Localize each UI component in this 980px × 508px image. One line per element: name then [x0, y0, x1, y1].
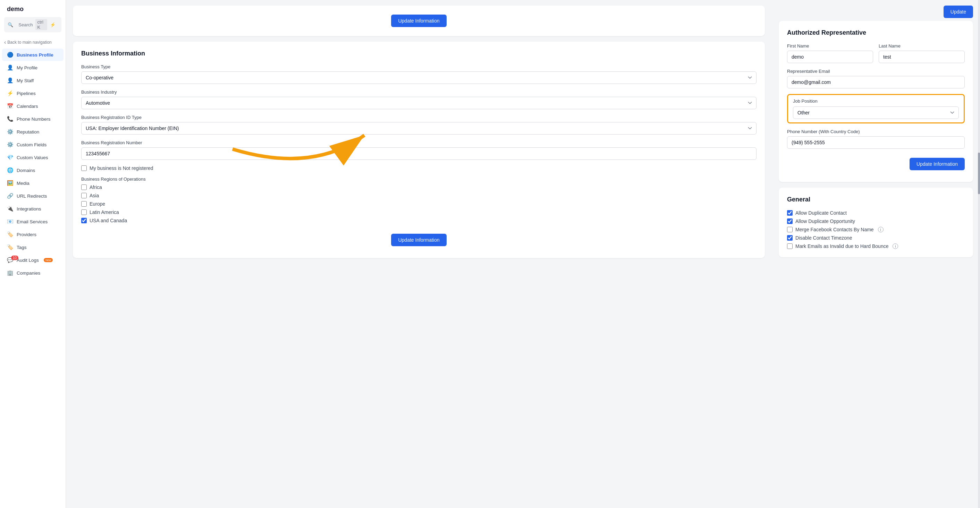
- not-registered-checkbox-item[interactable]: My business is Not registered: [81, 165, 757, 171]
- sidebar-item-custom-fields[interactable]: ⚙️Custom Fields: [2, 138, 64, 151]
- sidebar-label-my-profile: My Profile: [17, 65, 38, 70]
- sidebar-item-media[interactable]: 🖼️Media: [2, 177, 64, 189]
- lightning-icon: ⚡: [50, 22, 58, 27]
- badge-audit-logs: 10: [11, 256, 18, 260]
- sidebar-icon-media: 🖼️: [7, 180, 13, 186]
- general-checkbox-1[interactable]: [787, 219, 792, 224]
- general-option-3[interactable]: Disable Contact Timezone: [787, 235, 965, 241]
- top-update-information-button[interactable]: Update Information: [391, 14, 446, 27]
- region-label-4: USA and Canada: [89, 218, 127, 223]
- region-checkbox-2[interactable]: [81, 201, 87, 207]
- region-checkbox-0[interactable]: [81, 184, 87, 190]
- general-checkbox-3[interactable]: [787, 235, 792, 241]
- phone-group: Phone Number (With Country Code): [787, 129, 965, 149]
- sidebar-icon-integrations: 🔌: [7, 206, 13, 212]
- regions-group: Business Regions of Operations AfricaAsi…: [81, 176, 757, 223]
- rep-email-label: Representative Email: [787, 69, 965, 74]
- sidebar-icon-reputation: ⚙️: [7, 129, 13, 135]
- info-icon-4[interactable]: i: [892, 243, 898, 249]
- business-type-select[interactable]: Co-operative: [81, 71, 757, 84]
- region-label-3: Latin America: [89, 210, 119, 215]
- sidebar-item-my-staff[interactable]: 👤My Staff: [2, 74, 64, 87]
- sidebar-item-integrations[interactable]: 🔌Integrations: [2, 203, 64, 215]
- region-item-4[interactable]: USA and Canada: [81, 218, 757, 223]
- business-type-label: Business Type: [81, 64, 757, 69]
- sidebar-item-email-services[interactable]: 📧Email Services: [2, 215, 64, 228]
- general-option-4[interactable]: Mark Emails as Invalid due to Hard Bounc…: [787, 243, 965, 249]
- sidebar-icon-my-staff: 👤: [7, 77, 13, 84]
- registration-id-type-label: Business Registration ID Type: [81, 115, 757, 120]
- main-content: Update Information Business Information …: [66, 0, 980, 508]
- region-checkbox-4[interactable]: [81, 218, 87, 223]
- right-update-information-button[interactable]: Update Information: [910, 158, 965, 170]
- region-item-1[interactable]: Asia: [81, 193, 757, 198]
- region-item-3[interactable]: Latin America: [81, 210, 757, 215]
- general-option-2[interactable]: Merge Facebook Contacts By Namei: [787, 227, 965, 232]
- general-option-0[interactable]: Allow Duplicate Contact: [787, 210, 965, 216]
- sidebar-icon-phone-numbers: 📞: [7, 116, 13, 122]
- business-industry-label: Business Industry: [81, 89, 757, 95]
- top-right-update-button[interactable]: Update: [943, 6, 973, 18]
- sidebar-item-domains[interactable]: 🌐Domains: [2, 164, 64, 176]
- sidebar-item-url-redirects[interactable]: 🔗URL Redirects: [2, 190, 64, 202]
- region-checkbox-3[interactable]: [81, 210, 87, 215]
- sidebar-label-email-services: Email Services: [17, 219, 48, 224]
- business-industry-group: Business Industry Automotive: [81, 89, 757, 109]
- sidebar-icon-providers: 🏷️: [7, 231, 13, 238]
- general-checkbox-2[interactable]: [787, 227, 792, 232]
- scrollbar[interactable]: [978, 0, 980, 508]
- region-label-0: Africa: [89, 184, 102, 190]
- scrollbar-thumb[interactable]: [978, 152, 980, 194]
- general-checkbox-4[interactable]: [787, 243, 792, 249]
- sidebar-icon-custom-fields: ⚙️: [7, 141, 13, 148]
- last-name-input[interactable]: [879, 51, 965, 63]
- general-option-label-0: Allow Duplicate Contact: [795, 210, 847, 216]
- registration-id-type-select[interactable]: USA: Employer Identification Number (EIN…: [81, 122, 757, 135]
- sidebar: demo 🔍 Search ctrl K ⚡ Back to main navi…: [0, 0, 66, 508]
- sidebar-item-custom-values[interactable]: 💎Custom Values: [2, 151, 64, 164]
- sidebar-item-phone-numbers[interactable]: 📞Phone Numbers: [2, 113, 64, 125]
- sidebar-label-custom-fields: Custom Fields: [17, 142, 46, 148]
- sidebar-item-companies[interactable]: 🏢Companies: [2, 267, 64, 279]
- not-registered-group: My business is Not registered: [81, 165, 757, 171]
- sidebar-item-calendars[interactable]: 📅Calendars: [2, 100, 64, 112]
- phone-input[interactable]: [787, 136, 965, 149]
- general-option-1[interactable]: Allow Duplicate Opportunity: [787, 219, 965, 224]
- first-name-input[interactable]: [787, 51, 873, 63]
- job-position-highlighted-wrapper: Job Position Other CEO CFO CTO Manager D…: [787, 94, 965, 124]
- back-navigation[interactable]: Back to main navigation: [0, 37, 65, 48]
- region-label-2: Europe: [89, 201, 105, 207]
- registration-number-input[interactable]: [81, 148, 757, 160]
- sidebar-icon-my-profile: 👤: [7, 65, 13, 71]
- sidebar-item-my-profile[interactable]: 👤My Profile: [2, 61, 64, 74]
- not-registered-checkbox[interactable]: [81, 165, 87, 171]
- sidebar-item-tags[interactable]: 🏷️Tags: [2, 241, 64, 254]
- general-card: General Allow Duplicate ContactAllow Dup…: [779, 187, 973, 257]
- general-checkbox-0[interactable]: [787, 210, 792, 216]
- registration-number-group: Business Registration Number: [81, 140, 757, 160]
- sidebar-label-tags: Tags: [17, 245, 27, 250]
- job-position-select[interactable]: Other CEO CFO CTO Manager Director: [793, 106, 959, 119]
- sidebar-item-business-profile[interactable]: 🔵Business Profile: [2, 49, 64, 61]
- rep-email-group: Representative Email: [787, 69, 965, 89]
- general-option-label-1: Allow Duplicate Opportunity: [795, 219, 855, 224]
- sidebar-item-providers[interactable]: 🏷️Providers: [2, 228, 64, 241]
- sidebar-icon-email-services: 📧: [7, 219, 13, 225]
- region-item-0[interactable]: Africa: [81, 184, 757, 190]
- info-icon-2[interactable]: i: [878, 227, 883, 232]
- sidebar-label-url-redirects: URL Redirects: [17, 194, 47, 199]
- search-bar[interactable]: 🔍 Search ctrl K ⚡: [4, 17, 61, 32]
- left-panel: Update Information Business Information …: [66, 0, 772, 508]
- sidebar-icon-pipelines: ⚡: [7, 90, 13, 97]
- region-checkbox-1[interactable]: [81, 193, 87, 198]
- rep-email-input[interactable]: [787, 76, 965, 89]
- region-item-2[interactable]: Europe: [81, 201, 757, 207]
- business-industry-select[interactable]: Automotive: [81, 97, 757, 109]
- sidebar-item-reputation[interactable]: ⚙️Reputation: [2, 125, 64, 138]
- general-option-label-4: Mark Emails as Invalid due to Hard Bounc…: [795, 243, 888, 249]
- sidebar-item-pipelines[interactable]: ⚡Pipelines: [2, 87, 64, 100]
- sidebar-icon-companies: 🏢: [7, 270, 13, 276]
- left-update-button[interactable]: Update Information: [391, 234, 446, 246]
- not-registered-label: My business is Not registered: [89, 165, 153, 171]
- sidebar-item-audit-logs[interactable]: 💬Audit Logs10new: [2, 254, 64, 266]
